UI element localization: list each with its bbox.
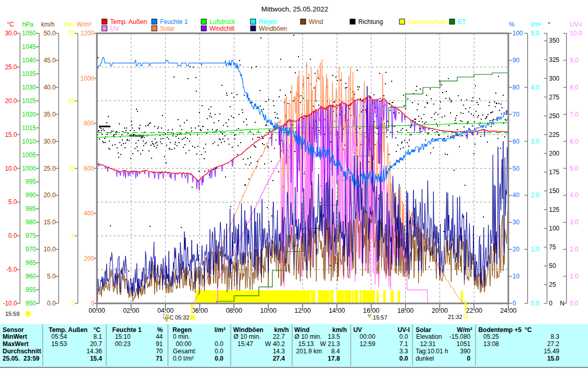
svg-text:70: 70 bbox=[512, 111, 520, 118]
svg-text:40: 40 bbox=[512, 192, 520, 199]
svg-text:980: 980 bbox=[26, 219, 36, 226]
svg-text:1020: 1020 bbox=[22, 111, 36, 118]
svg-text:15.49: 15.49 bbox=[544, 348, 559, 355]
svg-text:12:59: 12:59 bbox=[360, 340, 376, 348]
svg-text:dunkel: dunkel bbox=[416, 355, 434, 362]
svg-text:275: 275 bbox=[549, 94, 559, 101]
svg-text:Solar: Solar bbox=[160, 25, 174, 32]
svg-text:15.4: 15.4 bbox=[90, 355, 103, 362]
svg-text:km/h: km/h bbox=[41, 21, 55, 28]
svg-text:50: 50 bbox=[512, 165, 520, 172]
svg-text:6.0: 6.0 bbox=[570, 138, 579, 145]
svg-text:30: 30 bbox=[512, 219, 520, 226]
svg-text:45.0: 45.0 bbox=[44, 57, 56, 64]
svg-text:Gesamt:: Gesamt: bbox=[173, 348, 196, 355]
svg-text:Luftdruck: Luftdruck bbox=[209, 18, 235, 25]
svg-text:125: 125 bbox=[549, 206, 559, 213]
svg-text:325: 325 bbox=[549, 56, 559, 63]
svg-text:15:47: 15:47 bbox=[237, 340, 253, 348]
svg-text:5: 5 bbox=[71, 232, 75, 239]
svg-text:60: 60 bbox=[512, 138, 520, 145]
svg-text:05:25: 05:25 bbox=[483, 333, 499, 340]
svg-text:00:23: 00:23 bbox=[115, 340, 131, 348]
svg-text:5.0: 5.0 bbox=[47, 273, 56, 280]
svg-text:8.0: 8.0 bbox=[570, 84, 579, 91]
svg-text:5.0: 5.0 bbox=[570, 165, 579, 172]
svg-text:30.0: 30.0 bbox=[5, 30, 17, 37]
svg-text:985: 985 bbox=[26, 205, 36, 212]
svg-text:20.7: 20.7 bbox=[90, 340, 103, 348]
svg-text:16:00: 16:00 bbox=[363, 307, 379, 314]
svg-text:1000: 1000 bbox=[22, 165, 36, 172]
svg-text:91: 91 bbox=[156, 340, 163, 348]
svg-text:20: 20 bbox=[68, 30, 76, 37]
svg-text:25: 25 bbox=[549, 281, 556, 288]
svg-text:18:00: 18:00 bbox=[397, 307, 414, 314]
svg-text:0: 0 bbox=[512, 300, 516, 307]
svg-text:02:00: 02:00 bbox=[123, 307, 139, 314]
svg-text:Windböen: Windböen bbox=[233, 326, 264, 334]
svg-text:UV-I: UV-I bbox=[570, 21, 582, 28]
svg-text:7.1: 7.1 bbox=[399, 340, 408, 348]
svg-text:0.0: 0.0 bbox=[399, 333, 408, 340]
svg-text:990: 990 bbox=[26, 192, 36, 199]
svg-text:Temp. Außen: Temp. Außen bbox=[110, 18, 147, 25]
svg-text:24:00: 24:00 bbox=[500, 307, 516, 314]
svg-text:965: 965 bbox=[26, 259, 36, 266]
svg-text:00:00: 00:00 bbox=[89, 307, 105, 314]
svg-text:13.5: 13.5 bbox=[328, 333, 340, 340]
svg-text:1025: 1025 bbox=[22, 97, 36, 105]
svg-text:35.0: 35.0 bbox=[44, 111, 56, 118]
svg-text:600: 600 bbox=[84, 165, 94, 172]
svg-text:390: 390 bbox=[460, 348, 470, 355]
svg-text:10.0: 10.0 bbox=[5, 165, 17, 172]
svg-text:ET: ET bbox=[458, 18, 466, 25]
svg-text:Temp. Außen: Temp. Außen bbox=[49, 326, 88, 334]
svg-text:15:53: 15:53 bbox=[52, 340, 67, 348]
svg-text:-5.0: -5.0 bbox=[6, 266, 17, 273]
svg-text:1010: 1010 bbox=[22, 138, 36, 145]
svg-text:W/m²: W/m² bbox=[77, 21, 92, 28]
svg-text:10: 10 bbox=[68, 165, 76, 172]
svg-text:20: 20 bbox=[512, 246, 520, 253]
svg-text:UV: UV bbox=[353, 326, 362, 334]
svg-text:17.8: 17.8 bbox=[328, 355, 340, 362]
svg-text:0.0 l/m²: 0.0 l/m² bbox=[173, 355, 194, 362]
svg-text:Mittwoch, 25.05.2022: Mittwoch, 25.05.2022 bbox=[261, 5, 328, 13]
svg-text:40.0: 40.0 bbox=[44, 84, 56, 91]
svg-text:10.0: 10.0 bbox=[570, 30, 582, 37]
svg-text:%: % bbox=[157, 326, 163, 334]
svg-text:20.0: 20.0 bbox=[44, 192, 56, 199]
svg-text:Elevation: Elevation bbox=[416, 333, 442, 340]
svg-text:04:00: 04:00 bbox=[157, 307, 173, 314]
svg-text:960: 960 bbox=[26, 273, 36, 280]
svg-text:70: 70 bbox=[156, 348, 163, 355]
svg-text:15.0: 15.0 bbox=[547, 355, 560, 362]
svg-text:Ø 10 min.: Ø 10 min. bbox=[295, 333, 322, 340]
svg-text:14.3: 14.3 bbox=[273, 348, 285, 355]
svg-text:250: 250 bbox=[549, 112, 559, 120]
svg-text:15.0: 15.0 bbox=[5, 131, 17, 138]
svg-text:15.0: 15.0 bbox=[44, 219, 56, 226]
svg-text:0.0: 0.0 bbox=[47, 300, 56, 307]
svg-text:50: 50 bbox=[549, 262, 556, 270]
svg-text:175: 175 bbox=[549, 169, 559, 176]
svg-text:1030: 1030 bbox=[22, 84, 36, 91]
svg-text:15:13: 15:13 bbox=[298, 340, 314, 348]
svg-text:08:00: 08:00 bbox=[226, 307, 242, 314]
svg-text:Wind: Wind bbox=[309, 18, 323, 25]
svg-text:Richtung: Richtung bbox=[358, 18, 383, 25]
svg-text:1000: 1000 bbox=[80, 75, 94, 82]
svg-text:0.0: 0.0 bbox=[215, 348, 223, 355]
svg-text:27.2: 27.2 bbox=[547, 340, 560, 348]
svg-text:0 min.: 0 min. bbox=[173, 333, 190, 340]
svg-text:km/h: km/h bbox=[332, 326, 347, 334]
svg-text:14:00: 14:00 bbox=[329, 307, 345, 314]
svg-text:400: 400 bbox=[84, 210, 94, 217]
svg-text:4.0: 4.0 bbox=[531, 84, 540, 91]
svg-text:200: 200 bbox=[549, 150, 559, 157]
svg-text:20:00: 20:00 bbox=[432, 307, 448, 314]
svg-text:950: 950 bbox=[26, 300, 36, 307]
svg-text:.15:57: .15:57 bbox=[371, 314, 387, 321]
svg-text:7.0: 7.0 bbox=[570, 111, 579, 118]
